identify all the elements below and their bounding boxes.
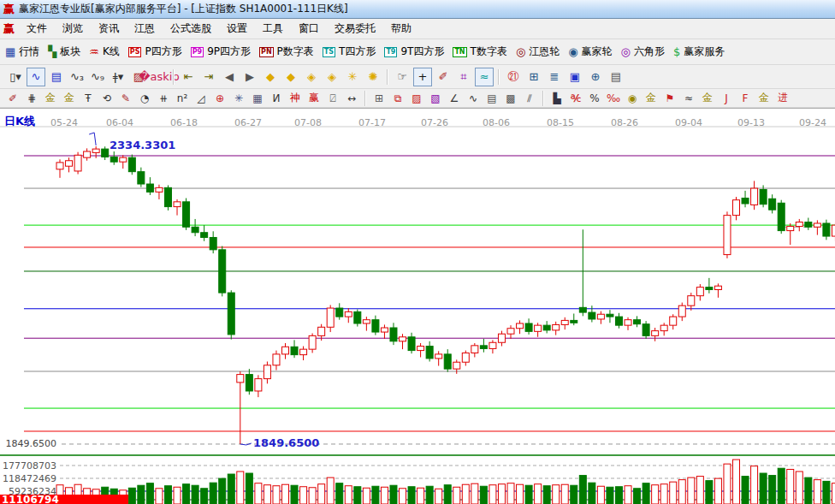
gold-line-button[interactable]: 金	[643, 91, 660, 106]
toolbar-button-9t-square[interactable]: T99T四方形	[384, 44, 444, 59]
fan-box-2-button[interactable]: ▧	[427, 91, 444, 106]
diamond-hexpand-button[interactable]: ◈	[302, 68, 321, 86]
toolbar-button-winner-wheel[interactable]: ◉赢家轮	[568, 44, 612, 59]
diamond-vexpand-button[interactable]: ◈	[323, 68, 341, 86]
box-grid-button[interactable]: ⊞	[370, 91, 388, 106]
p-square-label: P四方形	[145, 44, 181, 59]
jin-button[interactable]: 进	[774, 91, 791, 106]
chart-area[interactable]: 日K线 05-2406-0406-1806-2707-0807-1707-260…	[0, 108, 835, 504]
pan-hand-button[interactable]: ☞	[393, 68, 412, 86]
menu-item-help[interactable]: 帮助	[383, 20, 419, 38]
toolbar-button-sectors[interactable]: ▚板块	[48, 44, 80, 59]
parallel-lines-button[interactable]: ⫽	[521, 91, 538, 106]
go-last-button[interactable]: ⇥	[199, 68, 218, 86]
toolbar-button-9p-square[interactable]: P99P四方形	[191, 44, 251, 59]
target-cross-button[interactable]: ⊕	[211, 91, 228, 106]
save-button[interactable]: ▣	[566, 68, 584, 86]
ruler-comb-button[interactable]: ⋕	[23, 91, 40, 106]
volume-profile-button[interactable]: �askip	[150, 68, 169, 86]
grid-box-button[interactable]: ▦	[249, 91, 266, 106]
calendar-button[interactable]: ㉑	[504, 68, 523, 86]
sketch-tool-button[interactable]: ≈	[475, 68, 494, 86]
comb-button[interactable]: ⧺	[155, 91, 172, 106]
wave-3-button[interactable]: ∿₃	[68, 68, 86, 86]
diamond-left-button[interactable]: ◆	[261, 68, 280, 86]
menu-item-file[interactable]: 文件	[19, 20, 55, 38]
toolbar-button-winner-service[interactable]: $赢家服务	[673, 44, 725, 59]
gold-angle-button[interactable]: 金	[755, 91, 773, 106]
menu-item-settings[interactable]: 设置	[219, 20, 255, 38]
clock-spiral-button[interactable]: ◔	[136, 91, 153, 106]
toolbar-button-t-square[interactable]: TST四方形	[323, 44, 376, 59]
candle-body	[435, 354, 442, 359]
percent-button[interactable]: %	[586, 91, 603, 106]
grid-3-button[interactable]: ▩	[502, 91, 519, 106]
pen-angle-button[interactable]: ✎	[117, 91, 134, 106]
trend-angle-button[interactable]: ∠	[446, 91, 463, 106]
spiral-button[interactable]: ⟲	[98, 91, 115, 106]
percent-strike-button[interactable]: ℀	[567, 91, 584, 106]
crosshair-button[interactable]: +	[413, 68, 432, 86]
calculator-button[interactable]: ⊞	[524, 68, 543, 86]
volume-bar	[138, 485, 145, 504]
page-next-button[interactable]: ▶	[240, 68, 259, 86]
flag-pin-button[interactable]: ⚑	[661, 91, 678, 106]
diamond-right-button[interactable]: ◆	[281, 68, 300, 86]
menu-item-tools[interactable]: 工具	[255, 20, 291, 38]
gold-line-2-button[interactable]: 金	[699, 91, 716, 106]
wave-line-button[interactable]: ≈	[680, 91, 697, 106]
net-tool-button[interactable]: ⌗	[454, 68, 473, 86]
toolbar-button-hexagon[interactable]: ◎六角形	[621, 44, 665, 59]
thin-candle-dropdown-button[interactable]: ǂ▾	[109, 68, 127, 86]
gold-circle-button[interactable]: ◉	[624, 91, 641, 106]
menu-item-news[interactable]: 资讯	[91, 20, 127, 38]
web-export-button[interactable]: ⊕	[586, 68, 605, 86]
wave-mark-button[interactable]: И	[268, 91, 285, 106]
print-button[interactable]: ▤	[607, 68, 625, 86]
menu-item-browse[interactable]: 浏览	[55, 20, 91, 38]
grid-2-button[interactable]: ▤	[483, 91, 500, 106]
width-arrow-button[interactable]: ↔	[343, 91, 360, 106]
knife-button[interactable]: ✐	[4, 91, 21, 106]
n-squared-button[interactable]: n²	[174, 91, 191, 106]
shen-button[interactable]: 神	[287, 91, 304, 106]
pin-line-button[interactable]: ✐	[434, 68, 453, 86]
volume-bar	[273, 486, 280, 504]
gold-square-2-button[interactable]: 金	[61, 91, 78, 106]
kline-chart-canvas[interactable]: 05-2406-0406-1806-2707-0807-1707-2608-06…	[0, 109, 835, 504]
diamond-compress-button[interactable]: ✳	[343, 68, 362, 86]
menu-item-gann[interactable]: 江恩	[127, 20, 163, 38]
toolbar-button-p-number-table[interactable]: PNP数字表	[259, 44, 314, 59]
candle-body	[408, 337, 415, 351]
draw-mode-button[interactable]: ∿	[27, 68, 45, 86]
wave-9-button[interactable]: ∿₉	[88, 68, 107, 86]
toolbar-button-kline[interactable]: ♒K线	[89, 44, 120, 59]
fence-button[interactable]: Ŧ	[80, 91, 97, 106]
gold-square-button[interactable]: 金	[42, 91, 59, 106]
diamond-expand-button[interactable]: ✺	[364, 68, 382, 86]
menu-item-formula-stock-pick[interactable]: 公式选股	[163, 20, 219, 38]
menu-item-trade-order[interactable]: 交易委托	[327, 20, 383, 38]
zigzag-button[interactable]: ∿	[465, 91, 482, 106]
ying-button[interactable]: 赢	[305, 91, 323, 106]
f-angle-button[interactable]: F	[737, 91, 754, 106]
angle-tool-button[interactable]: ◿	[192, 91, 210, 106]
candle-style-dropdown-button[interactable]: ▯▾	[6, 68, 25, 86]
menu-item-window[interactable]: 窗口	[291, 20, 327, 38]
permille-button[interactable]: ‰	[605, 91, 622, 106]
note-tool-button[interactable]: ▤	[47, 68, 66, 86]
toolbar-button-p-square[interactable]: PSP四方形	[128, 44, 182, 59]
fan-box-button[interactable]: ▨	[408, 91, 425, 106]
j-angle-button[interactable]: J	[718, 91, 735, 106]
toolbar-button-quotes[interactable]: ▦行情	[5, 44, 39, 59]
toolbar-button-t-number-table[interactable]: TNT数字表	[453, 44, 507, 59]
notes-button[interactable]: ≣	[545, 68, 564, 86]
price-ladder-button[interactable]: ▙	[548, 91, 566, 106]
go-first-button[interactable]: ⇤	[179, 68, 198, 86]
volume-bar	[787, 469, 794, 504]
star-grid-button[interactable]: ✳	[230, 91, 247, 106]
grid-numbers-button[interactable]: ⍁	[324, 91, 341, 106]
page-prev-button[interactable]: ◀	[220, 68, 239, 86]
red-fan-button[interactable]: ⧉	[389, 91, 406, 106]
toolbar-button-gann-wheel[interactable]: ◎江恩轮	[516, 44, 560, 59]
